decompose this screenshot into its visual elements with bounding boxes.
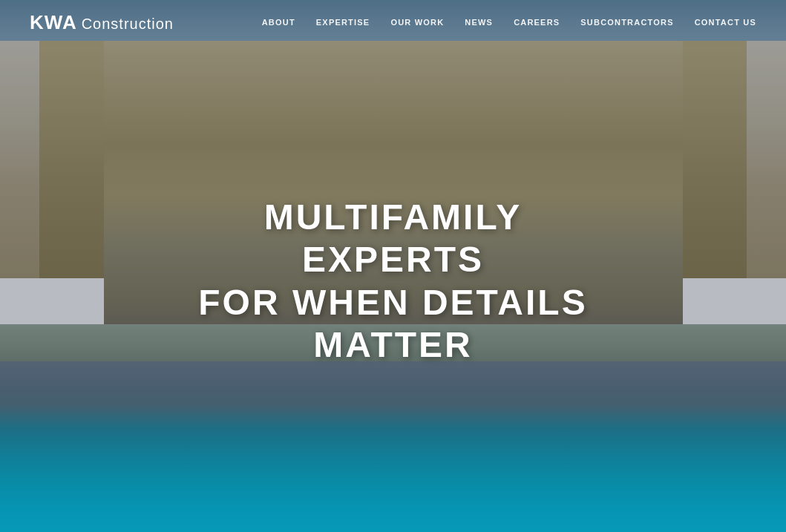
nav-contact-us[interactable]: CONTACT US (695, 18, 756, 27)
logo-construction: Construction (82, 16, 174, 33)
nav-expertise[interactable]: EXPERTISE (316, 18, 370, 27)
logo-kwa: KWA (30, 11, 77, 34)
nav-careers[interactable]: CAREERS (514, 18, 560, 27)
navbar: KWA Construction ABOUT EXPERTISE OUR WOR… (0, 0, 786, 45)
nav-our-work[interactable]: OUR WORK (390, 18, 444, 27)
logo[interactable]: KWA Construction (30, 11, 174, 34)
hero-title-line1: MULTIFAMILY EXPERTS (197, 195, 590, 280)
nav-subcontractors[interactable]: SUBCONTRACTORS (580, 18, 673, 27)
hero-container: KWA Construction ABOUT EXPERTISE OUR WOR… (0, 0, 786, 532)
hero-content: MULTIFAMILY EXPERTS FOR WHEN DETAILS MAT… (197, 195, 590, 366)
nav-news[interactable]: NEWS (465, 18, 493, 27)
nav-about[interactable]: ABOUT (262, 18, 295, 27)
nav-links: ABOUT EXPERTISE OUR WORK NEWS CAREERS SU… (262, 18, 756, 27)
hero-title-line2: FOR WHEN DETAILS MATTER (197, 281, 590, 367)
